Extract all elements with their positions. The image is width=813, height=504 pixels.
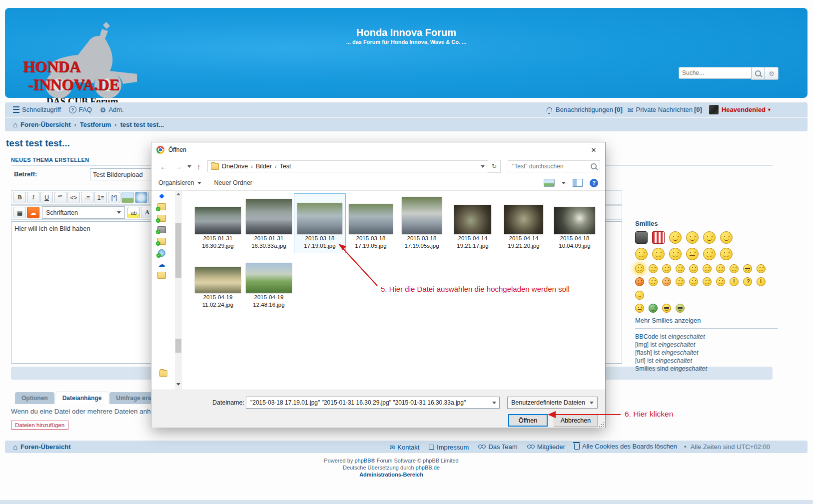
up-icon[interactable]: ↑ <box>197 162 201 171</box>
admin-area-link[interactable]: Administrations-Bereich <box>359 472 423 478</box>
surprised-smiley-icon[interactable] <box>703 264 712 273</box>
footer-home-link[interactable]: ⌂Foren-Übersicht <box>13 443 70 451</box>
organize-button[interactable]: Organisieren <box>158 179 194 186</box>
thumbnail-view-icon[interactable] <box>544 179 555 187</box>
popcorn-smiley-icon[interactable] <box>652 231 665 244</box>
dialog-breadcrumb-bilder[interactable]: Bilder <box>256 163 272 170</box>
idea-smiley-icon[interactable] <box>757 277 766 286</box>
search-advanced-button[interactable]: ⚙ <box>765 67 779 80</box>
dialog-close-button[interactable]: ✕ <box>582 142 605 157</box>
address-chevron-icon[interactable] <box>481 165 485 168</box>
search-button[interactable] <box>751 67 765 80</box>
scrollbar-thumb[interactable] <box>175 339 181 353</box>
filetype-select[interactable]: Benutzerdefinierte Dateien <box>507 397 598 409</box>
tongue-smiley-icon[interactable] <box>652 248 665 260</box>
file-item-2015-04-14-19-21-20-jpg[interactable]: 2015-04-1419.21.20.jpg <box>498 194 549 253</box>
folder-icon[interactable] <box>157 215 166 222</box>
phpbb-de-link[interactable]: phpBB.de <box>416 465 440 471</box>
bye-smiley-icon[interactable] <box>720 231 733 244</box>
arrow-smiley-icon[interactable] <box>635 291 644 300</box>
cool-smiley-icon[interactable] <box>743 264 752 273</box>
image-button[interactable] <box>121 192 134 203</box>
thumbs-down-smiley-icon[interactable] <box>703 231 716 244</box>
file-item-2015-04-19-12-48-16-jpg[interactable]: 2015-04-1912.48.16.jpg <box>243 253 294 312</box>
exclaim-smiley-icon[interactable] <box>730 277 739 286</box>
dialog-titlebar[interactable]: Öffnen <box>151 142 605 157</box>
file-item-2015-04-19-11-02-24-jpg[interactable]: 2015-04-1911.02.24.jpg <box>192 253 243 312</box>
sun-smiley-icon[interactable] <box>635 264 644 273</box>
oops-smiley-icon[interactable] <box>662 277 671 286</box>
avatar[interactable] <box>709 105 719 114</box>
bike-smiley-icon[interactable] <box>635 231 648 244</box>
globe-icon[interactable] <box>158 249 165 257</box>
new-folder-button[interactable]: Neuer Ordner <box>214 179 252 186</box>
cheer-smiley-icon[interactable] <box>669 231 682 244</box>
footer-link-mitglieder[interactable]: Mitglieder <box>527 443 565 451</box>
link-button[interactable] <box>135 192 147 203</box>
question-smiley-icon[interactable] <box>743 277 752 286</box>
more-smilies-link[interactable]: Mehr Smilies anzeigen <box>635 317 778 324</box>
preview-pane-icon[interactable] <box>573 179 583 187</box>
twisted-smiley-icon[interactable] <box>703 277 712 286</box>
help-icon[interactable]: ? <box>590 179 598 187</box>
wink-smiley-icon[interactable] <box>676 264 685 273</box>
bbcode-label[interactable]: BBCode <box>635 333 659 340</box>
wink-wave-smiley-icon[interactable] <box>669 248 682 260</box>
file-item-2015-03-18-17-19-01-jpg[interactable]: 2015-03-1817.19.01.jpg <box>294 194 345 253</box>
evil-smiley-icon[interactable] <box>689 277 698 286</box>
cancel-button[interactable]: Abbrechen <box>554 414 598 427</box>
file-item-2015-04-18-10-04-09-jpg[interactable]: 2015-04-1810.04.09.jpg <box>549 194 600 253</box>
laugh-smiley-icon[interactable] <box>720 248 733 260</box>
history-chevron-icon[interactable] <box>187 165 191 168</box>
add-files-button[interactable]: Dateien hinzufügen <box>11 421 68 430</box>
rolleyes-smiley-icon[interactable] <box>716 277 725 286</box>
folder-icon[interactable] <box>157 272 166 279</box>
folder-icon[interactable] <box>157 226 166 233</box>
filename-combo[interactable] <box>246 397 500 409</box>
address-bar[interactable]: OneDrive›Bilder›Test <box>207 160 489 172</box>
neutral-smiley-icon[interactable] <box>635 304 644 313</box>
table-button[interactable]: ▦ <box>13 207 26 218</box>
footer-link-impressum[interactable]: ❏Impressum <box>428 444 469 451</box>
nav-faq[interactable]: ?FAQ <box>69 106 92 113</box>
geek-smiley-icon[interactable] <box>662 304 671 313</box>
font-family-select[interactable]: Schriftarten <box>42 206 125 219</box>
breadcrumb-item-testforum[interactable]: Testforum <box>80 121 111 128</box>
frown-smiley-icon[interactable] <box>689 264 698 273</box>
highlight-button[interactable]: ab <box>127 207 140 218</box>
phpbb-link[interactable]: phpBB <box>354 458 371 464</box>
open-button[interactable]: Öffnen <box>508 414 548 427</box>
tab-optionen[interactable]: Optionen <box>15 392 54 404</box>
file-item-2015-03-18-17-19-05s-jpg[interactable]: 2015-03-1817.19.05s.jpg <box>396 194 447 253</box>
folder-icon[interactable] <box>157 203 166 210</box>
refresh-button[interactable]: ↻ <box>488 160 501 173</box>
beer-smiley-icon[interactable] <box>703 248 716 260</box>
username-menu[interactable]: Heavendenied <box>722 106 766 113</box>
breadcrumb-item-foren-übersicht[interactable]: Foren-Übersicht <box>20 121 70 128</box>
stare-pair-smiley-icon[interactable] <box>686 248 699 260</box>
nav-private-messages[interactable]: ✉Private Nachrichten <box>628 106 693 113</box>
list-ordered-button[interactable]: 1≡ <box>94 192 107 203</box>
forward-icon[interactable]: → <box>174 162 182 171</box>
smile-smiley-icon[interactable] <box>662 264 671 273</box>
folder-icon[interactable] <box>157 238 166 245</box>
dialog-search-box[interactable] <box>508 160 600 172</box>
confused-smiley-icon[interactable] <box>730 264 739 273</box>
quote-button[interactable]: “” <box>54 192 66 203</box>
underline-button[interactable]: U <box>40 192 53 203</box>
bold-button[interactable]: B <box>13 192 26 203</box>
filename-chevron-icon[interactable] <box>492 402 496 404</box>
lol-smiley-icon[interactable] <box>757 264 766 273</box>
footer-link-alle-cookies-des-boards-löschen[interactable]: Alle Cookies des Boards löschen <box>574 443 677 450</box>
thumbs-up-smiley-icon[interactable] <box>686 231 699 244</box>
list-bullet-button[interactable]: ∙≡ <box>81 192 93 203</box>
grin-smiley-icon[interactable] <box>649 264 658 273</box>
mrgreen-smiley-icon[interactable] <box>649 304 658 313</box>
party-smiley-icon[interactable] <box>635 248 648 260</box>
nav-notifications[interactable]: Benachrichtigungen <box>547 106 613 113</box>
footer-link-kontakt[interactable]: ✉Kontakt <box>389 444 419 451</box>
scroll-up-icon[interactable] <box>176 193 180 195</box>
mad-smiley-icon[interactable] <box>635 277 644 286</box>
dialog-breadcrumb-onedrive[interactable]: OneDrive <box>222 163 248 170</box>
file-item-2015-01-31-16-30-33a-jpg[interactable]: 2015-01-3116.30.33a.jpg <box>243 194 294 253</box>
